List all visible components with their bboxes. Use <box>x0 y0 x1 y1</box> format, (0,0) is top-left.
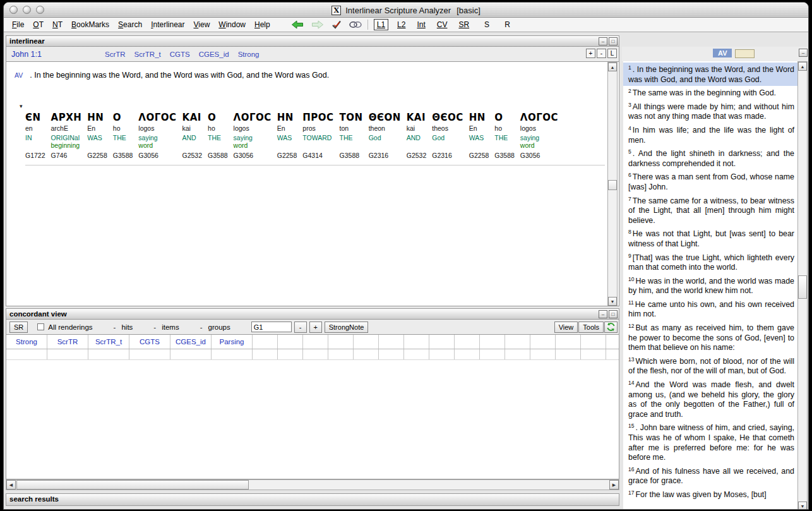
word-column[interactable]: ΑΡΧΗarchEORIGINalbeginningG746 <box>51 112 82 159</box>
verse-12[interactable]: 12But as many as received him, to them g… <box>623 321 797 354</box>
word-column[interactable]: ΛΟΓΟClogossayingwordG3056 <box>234 112 272 159</box>
increment-button[interactable]: + <box>309 322 322 333</box>
scroll-right-button[interactable] <box>609 480 619 490</box>
layout-button[interactable]: L <box>607 49 617 58</box>
verse-10[interactable]: 10He was in the world, and the world was… <box>623 274 797 298</box>
verse-14[interactable]: 14And the Word was made flesh, and dwelt… <box>623 378 797 421</box>
link-strong[interactable]: Strong <box>238 51 260 58</box>
verse-6[interactable]: 6There was a man sent from God, whose na… <box>623 170 797 193</box>
all-renderings-checkbox[interactable] <box>37 323 44 330</box>
scroll-left-button[interactable] <box>6 480 16 490</box>
scroll-down-button[interactable] <box>608 297 617 306</box>
menu-help[interactable]: Help <box>250 19 275 30</box>
word-column[interactable]: ΠΡΟCprosTOWARD G4314 <box>302 112 333 159</box>
menu-bookmarks[interactable]: BookMarks <box>67 19 114 30</box>
search-results-panel-header[interactable]: search results <box>6 493 619 506</box>
scroll-down-button[interactable] <box>798 502 807 510</box>
word-column[interactable]: ΗΝEnWAS G2258 <box>277 112 297 159</box>
column-header-scrtr[interactable]: ScrTR <box>47 335 88 349</box>
refresh-button[interactable] <box>604 322 618 333</box>
view-button[interactable]: View <box>554 322 578 333</box>
forward-button[interactable] <box>311 20 324 29</box>
link-scrtr[interactable]: ScrTR <box>105 51 126 58</box>
verse-2[interactable]: 2The same was in the beginning with God. <box>623 86 797 100</box>
menu-search[interactable]: Search <box>114 19 146 30</box>
word-column[interactable]: ΗΝEnWAS G2258 <box>87 112 107 159</box>
menu-view[interactable]: View <box>189 19 215 30</box>
word-column[interactable]: ΟhoTHE G3588 <box>494 112 515 159</box>
verse-reference[interactable]: John 1:1 <box>11 50 42 59</box>
scroll-thumb[interactable] <box>608 180 617 190</box>
word-column[interactable]: ΗΝEnWAS G2258 <box>469 112 489 159</box>
zoom-out-button[interactable]: - <box>597 49 606 58</box>
menu-interlinear[interactable]: Interlinear <box>146 19 189 30</box>
verse-1[interactable]: 1. In the beginning was the Word, and th… <box>623 63 797 86</box>
concordant-panel-header[interactable]: concordant view <box>6 308 619 320</box>
bible-version-tab[interactable]: AV <box>713 49 732 57</box>
column-header-scrtr_t[interactable]: ScrTR_t <box>88 335 129 349</box>
mode-button-r[interactable]: R <box>502 20 513 30</box>
word-column[interactable]: ΘЄΟΝtheonGod G2316 <box>369 112 401 159</box>
view-button-l1[interactable]: L1 <box>374 19 388 30</box>
column-header-strong[interactable]: Strong <box>6 335 47 349</box>
scroll-thumb[interactable] <box>16 480 249 490</box>
back-button[interactable] <box>291 20 304 29</box>
word-column[interactable]: ΤΟΝtonTHE G3588 <box>340 112 363 159</box>
bible-panel-minimize-button[interactable] <box>799 49 808 57</box>
bible-scrollbar[interactable] <box>797 61 808 510</box>
column-header-cgts[interactable]: CGTS <box>129 335 170 349</box>
word-column[interactable]: ЄΝenIN G1722 <box>25 112 45 159</box>
verse-16[interactable]: 16And of his fulness have all we receive… <box>623 464 797 488</box>
word-column[interactable]: ΘЄΟCtheosGod G2316 <box>432 112 463 159</box>
panel-maximize-button[interactable] <box>609 37 618 45</box>
verse-7[interactable]: 7The same came for a witness, to bear wi… <box>623 194 797 227</box>
column-header-cges_id[interactable]: CGES_id <box>170 335 212 349</box>
menu-file[interactable]: File <box>8 19 28 30</box>
panel-minimize-button[interactable] <box>599 37 607 45</box>
verse-9[interactable]: 9[That] was the true Light, which lighte… <box>623 251 797 274</box>
verse-15[interactable]: 15. John bare witness of him, and cried,… <box>623 421 797 464</box>
scroll-up-button[interactable] <box>608 63 617 71</box>
verse-11[interactable]: 11He came unto his own, and his own rece… <box>623 298 797 321</box>
verse-5[interactable]: 5. And the light shineth in darkness; an… <box>623 147 797 170</box>
mode-button-s[interactable]: S <box>482 20 492 30</box>
panel-maximize-button[interactable] <box>609 310 618 318</box>
close-button[interactable] <box>9 6 18 14</box>
tools-button[interactable]: Tools <box>578 322 604 333</box>
interlinear-scrollbar[interactable] <box>607 62 618 306</box>
zoom-button[interactable] <box>36 6 44 14</box>
menu-nt[interactable]: NT <box>48 19 67 30</box>
column-header-parsing[interactable]: Parsing <box>212 335 253 349</box>
strongnote-button[interactable]: StrongNote <box>325 322 369 333</box>
view-button-l2[interactable]: L2 <box>395 20 408 30</box>
sr-button[interactable]: SR <box>9 322 28 333</box>
verse-3[interactable]: 3All things were made by him; and withou… <box>623 100 797 123</box>
view-button-int[interactable]: Int <box>414 20 427 30</box>
menu-ot[interactable]: OT <box>28 19 48 30</box>
link-cges_id[interactable]: CGES_id <box>199 51 229 58</box>
word-column[interactable]: ΛΟΓΟClogossayingwordG3056 <box>138 112 176 159</box>
verify-button[interactable] <box>331 20 342 29</box>
decrement-button[interactable]: - <box>294 322 307 333</box>
link-cgts[interactable]: CGTS <box>170 51 190 58</box>
version-secondary-box[interactable] <box>735 49 755 58</box>
scroll-up-button[interactable] <box>798 62 807 71</box>
strong-search-input[interactable] <box>251 322 292 332</box>
word-column[interactable]: ΟhoTHE G3588 <box>208 112 228 159</box>
expander-triangle-icon[interactable] <box>20 104 619 109</box>
word-column[interactable]: ΚΑΙkaiAND G2532 <box>407 112 427 159</box>
scroll-thumb[interactable] <box>798 275 807 299</box>
word-column[interactable]: ΚΑΙkaiAND G2532 <box>182 112 203 159</box>
link-button[interactable] <box>349 21 362 28</box>
verse-4[interactable]: 4In him was life; and the life was the l… <box>623 123 797 147</box>
view-button-sr[interactable]: SR <box>456 20 472 30</box>
word-column[interactable]: ΟhoTHE G3588 <box>113 112 133 159</box>
view-button-cv[interactable]: CV <box>434 20 450 30</box>
verse-8[interactable]: 8He was not that Light, but [was sent] t… <box>623 227 797 250</box>
horizontal-scrollbar[interactable] <box>6 479 619 490</box>
verse-13[interactable]: 13Which were born, not of blood, nor of … <box>623 354 797 378</box>
panel-minimize-button[interactable] <box>599 310 607 318</box>
interlinear-panel-header[interactable]: interlinear <box>6 35 619 47</box>
word-column[interactable]: ΛΟΓΟClogossayingwordG3056 <box>520 112 558 159</box>
minimize-button[interactable] <box>23 6 31 14</box>
